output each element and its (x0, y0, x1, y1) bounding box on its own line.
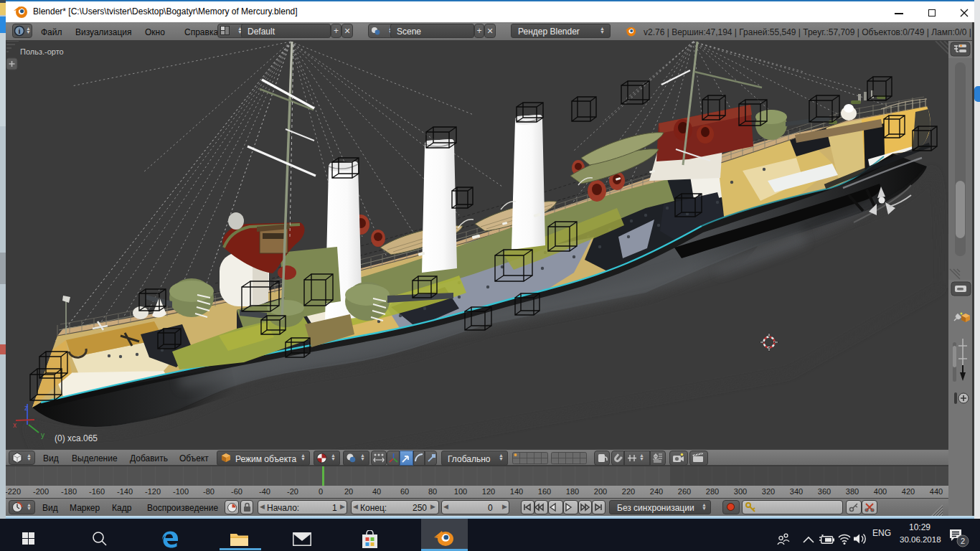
svg-text:i: i (18, 27, 20, 35)
svg-text:2: 2 (961, 537, 965, 545)
